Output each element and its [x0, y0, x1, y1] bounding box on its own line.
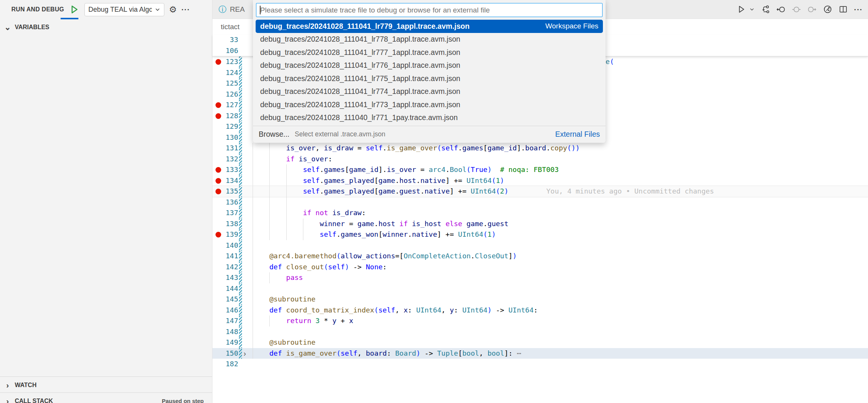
- code-line[interactable]: 149 @subroutine: [212, 337, 868, 348]
- step-back-button[interactable]: [776, 5, 785, 14]
- launch-config-select[interactable]: Debug TEAL via AlgoKi: [84, 3, 164, 16]
- line-number[interactable]: 182: [220, 359, 238, 370]
- code-line[interactable]: 144: [212, 283, 868, 294]
- line-number[interactable]: 144: [220, 283, 238, 294]
- line-number[interactable]: 129: [220, 121, 238, 132]
- code-line[interactable]: 147 return 3 * y + x: [212, 316, 868, 326]
- step-forward-button-disabled[interactable]: [807, 5, 816, 14]
- indent-guide: [269, 143, 270, 154]
- line-number[interactable]: 138: [220, 219, 238, 230]
- line-number[interactable]: 148: [220, 326, 238, 337]
- line-number[interactable]: 106: [220, 45, 238, 56]
- modified-line-indicator: [239, 111, 242, 122]
- trace-file-item[interactable]: debug_traces/20241028_111041_lr776_1appl…: [256, 59, 603, 72]
- external-files-link[interactable]: External Files: [555, 130, 600, 139]
- modified-line-indicator: [239, 294, 242, 305]
- line-number[interactable]: 132: [220, 154, 238, 165]
- code-line[interactable]: 146 def coord_to_matrix_index(self, x: U…: [212, 305, 868, 316]
- code-line[interactable]: 134 self.games_played[game.host.native] …: [212, 175, 868, 186]
- editor-more-actions-icon[interactable]: ···: [854, 6, 863, 13]
- modified-line-indicator: [239, 337, 242, 348]
- line-number[interactable]: 149: [220, 337, 238, 348]
- code-line[interactable]: 140: [212, 240, 868, 251]
- line-number[interactable]: 123: [220, 56, 238, 67]
- code-line[interactable]: 141 @arc4.baremethod(allow_actions=[OnCo…: [212, 251, 868, 262]
- code-line[interactable]: 135 self.games_played[game.guest.native]…: [212, 186, 868, 197]
- code-line[interactable]: 143 pass: [212, 272, 868, 283]
- indent-guide: [269, 175, 270, 186]
- browse-label[interactable]: Browse...: [259, 130, 289, 139]
- debug-settings-gear-icon[interactable]: ⚙: [169, 5, 177, 14]
- trace-file-item[interactable]: debug_traces/20241028_111041_lr778_1appl…: [256, 33, 603, 46]
- code-line[interactable]: 132 if is_over:: [212, 154, 868, 165]
- code-line[interactable]: 137 if not is_draw:: [212, 208, 868, 219]
- trace-file-item[interactable]: debug_traces/20241028_111041_lr775_1appl…: [256, 72, 603, 85]
- sidebar-more-actions-icon[interactable]: ···: [181, 6, 190, 13]
- line-number[interactable]: 146: [220, 305, 238, 316]
- code-text: if not is_draw:: [212, 208, 868, 219]
- line-number[interactable]: 139: [220, 229, 238, 240]
- trace-file-item[interactable]: debug_traces/20241028_111041_lr773_1appl…: [256, 98, 603, 111]
- code-line[interactable]: 131 is_over, is_draw = self.is_game_over…: [212, 143, 868, 154]
- browse-row[interactable]: Browse... Select external .trace.avm.jso…: [253, 126, 606, 142]
- line-number[interactable]: 136: [220, 197, 238, 208]
- run-dropdown-chevron-icon[interactable]: [749, 6, 755, 12]
- code-line[interactable]: 133 self.games[game_id].is_over = arc4.B…: [212, 164, 868, 175]
- trace-file-item[interactable]: debug_traces/20241028_111041_lr779_1appl…: [256, 20, 603, 33]
- step-over-button-disabled[interactable]: [792, 5, 801, 14]
- code-text: self.games[game_id].is_over = arc4.Bool(…: [212, 164, 868, 175]
- line-number[interactable]: 147: [220, 316, 238, 326]
- code-line[interactable]: 148: [212, 326, 868, 337]
- call-stack-section-header[interactable]: › CALL STACK Paused on step: [0, 392, 212, 403]
- trace-file-search-input[interactable]: [256, 3, 602, 17]
- line-number[interactable]: 142: [220, 262, 238, 273]
- line-number[interactable]: 137: [220, 208, 238, 219]
- trace-file-item[interactable]: debug_traces/20241028_111041_lr774_1appl…: [256, 85, 603, 98]
- indent-guide: [286, 229, 287, 240]
- variables-section-header[interactable]: ⌄ VARIABLES: [0, 19, 212, 35]
- line-number[interactable]: 141: [220, 251, 238, 262]
- line-number[interactable]: 128: [220, 111, 238, 122]
- run-trace-button[interactable]: [823, 5, 832, 14]
- code-line[interactable]: 136: [212, 197, 868, 208]
- line-number[interactable]: 145: [220, 294, 238, 305]
- line-number[interactable]: 143: [220, 272, 238, 283]
- line-number[interactable]: 130: [220, 132, 238, 143]
- code-line[interactable]: 145 @subroutine: [212, 294, 868, 305]
- code-line[interactable]: 182: [212, 359, 868, 370]
- modified-line-indicator: [239, 78, 242, 89]
- line-number[interactable]: 134: [220, 175, 238, 186]
- indent-guide: [269, 229, 270, 240]
- indent-guide: [253, 208, 253, 219]
- line-number[interactable]: 33: [220, 34, 238, 45]
- indent-guide: [286, 219, 287, 230]
- modified-line-indicator: [239, 67, 242, 78]
- code-line[interactable]: 142 def close_out(self) -> None:: [212, 262, 868, 273]
- trace-file-item[interactable]: debug_traces/20241028_111041_lr777_1appl…: [256, 46, 603, 59]
- paused-status-badge: Paused on step: [162, 398, 204, 403]
- line-number[interactable]: 150: [220, 348, 238, 359]
- line-number[interactable]: 133: [220, 164, 238, 175]
- line-number[interactable]: 124: [220, 67, 238, 78]
- code-line[interactable]: 150› def is_game_over(self, board: Board…: [212, 348, 868, 359]
- tab-readme[interactable]: ⓘ REA: [212, 0, 246, 19]
- line-number[interactable]: 127: [220, 100, 238, 111]
- modified-line-indicator: [239, 283, 242, 294]
- code-text: def close_out(self) -> None:: [212, 262, 868, 273]
- code-line[interactable]: 138 winner = game.host if is_host else g…: [212, 219, 868, 230]
- run-button[interactable]: [737, 5, 746, 14]
- code-line[interactable]: 139 self.games_won[winner.native] += UIn…: [212, 229, 868, 240]
- line-number[interactable]: 125: [220, 78, 238, 89]
- code-text: is_over, is_draw = self.is_game_over(sel…: [212, 143, 868, 154]
- line-number[interactable]: 135: [220, 186, 238, 197]
- watch-section-header[interactable]: › WATCH: [0, 376, 212, 393]
- line-number[interactable]: 126: [220, 89, 238, 100]
- line-number[interactable]: 131: [220, 143, 238, 154]
- variables-label: VARIABLES: [15, 24, 49, 31]
- line-number[interactable]: 140: [220, 240, 238, 251]
- trace-file-item[interactable]: debug_traces/20241028_111040_lr771_1pay.…: [256, 111, 603, 125]
- switch-trace-icon[interactable]: [761, 5, 770, 14]
- split-editor-button[interactable]: [839, 5, 848, 14]
- start-debug-button[interactable]: [69, 4, 80, 15]
- fold-chevron-icon[interactable]: ›: [244, 348, 246, 359]
